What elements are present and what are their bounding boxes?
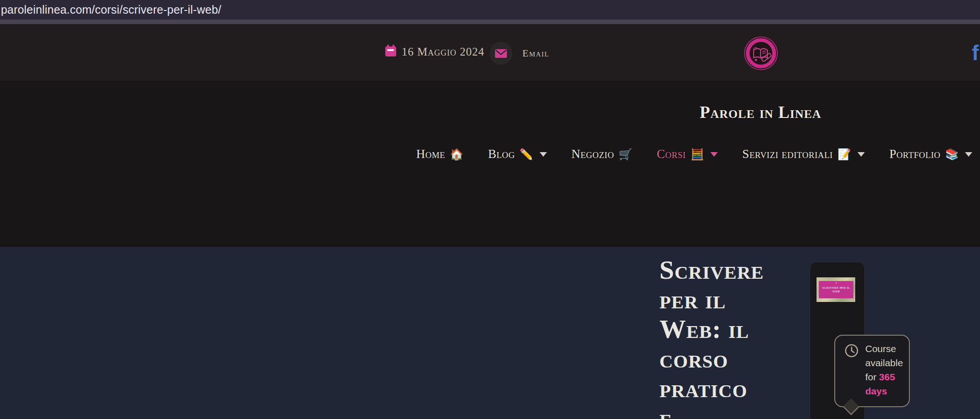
menu-item-negozio[interactable]: Negozio 🛒 (572, 147, 633, 161)
main-content: Scrivere per il Web: il corso pratico e … (0, 247, 980, 419)
calendar-icon (385, 45, 396, 57)
menu-label: Corsi (657, 147, 686, 161)
clock-icon (844, 343, 859, 358)
page-title: Scrivere per il Web: il corso pratico e (659, 255, 764, 419)
heading-line: e (659, 403, 764, 419)
menu-label: Blog (488, 147, 515, 161)
heading-line: Web: il (659, 314, 764, 344)
browser-url-bar[interactable]: paroleinlinea.com/corsi/scrivere-per-il-… (0, 0, 980, 20)
url-text[interactable]: paroleinlinea.com/corsi/scrivere-per-il-… (1, 3, 221, 16)
home-icon: 🏠 (450, 149, 464, 160)
nav-band: Parole in Linea Home 🏠 Blog ✏️ Negozio 🛒… (0, 81, 980, 247)
menu-label: Servizi editoriali (742, 147, 833, 161)
books-icon: 📚 (945, 149, 959, 160)
memo-icon: 📝 (837, 149, 851, 160)
envelope-icon (495, 49, 507, 58)
facebook-icon[interactable]: f (972, 41, 979, 65)
browser-toolbar-strip (0, 20, 980, 24)
course-thumbnail[interactable]: Scrivere per il Web (817, 277, 855, 302)
email-label[interactable]: Email (522, 47, 549, 59)
tooltip-text: Course available for 365 days (865, 342, 911, 398)
menu-item-blog[interactable]: Blog ✏️ (488, 147, 547, 161)
main-menu: Home 🏠 Blog ✏️ Negozio 🛒 Corsi 🧮 Servizi… (416, 147, 972, 161)
course-availability-tooltip: Course available for 365 days (834, 335, 910, 407)
pencil-icon: ✏️ (520, 149, 533, 160)
heading-line: per il (659, 285, 764, 314)
top-header: 16 Maggio 2024 Email f (0, 24, 980, 81)
menu-item-home[interactable]: Home 🏠 (416, 147, 464, 161)
menu-label: Home (416, 147, 445, 161)
chevron-down-icon (858, 152, 865, 157)
menu-item-portfolio[interactable]: Portfolio 📚 (889, 147, 972, 161)
course-thumbnail-title: Scrivere per il Web (819, 286, 853, 293)
chevron-down-icon (710, 152, 718, 157)
menu-item-corsi[interactable]: Corsi 🧮 (657, 147, 718, 161)
site-logo-icon[interactable] (744, 36, 778, 70)
site-title[interactable]: Parole in Linea (615, 102, 906, 122)
abacus-icon: 🧮 (690, 149, 704, 160)
page: paroleinlinea.com/corsi/scrivere-per-il-… (0, 0, 980, 419)
chevron-down-icon (965, 152, 972, 157)
email-link[interactable] (490, 42, 512, 65)
menu-label: Negozio (572, 147, 614, 161)
chevron-down-icon (540, 152, 547, 157)
current-date: 16 Maggio 2024 (402, 46, 485, 58)
course-thumbnail-cover: Scrivere per il Web (819, 281, 853, 298)
cart-icon: 🛒 (618, 149, 632, 160)
heading-line: Scrivere (659, 255, 764, 285)
heading-line: corso (659, 344, 764, 373)
heading-line: pratico (659, 373, 764, 403)
menu-label: Portfolio (889, 147, 940, 161)
menu-item-servizi-editoriali[interactable]: Servizi editoriali 📝 (742, 147, 865, 161)
